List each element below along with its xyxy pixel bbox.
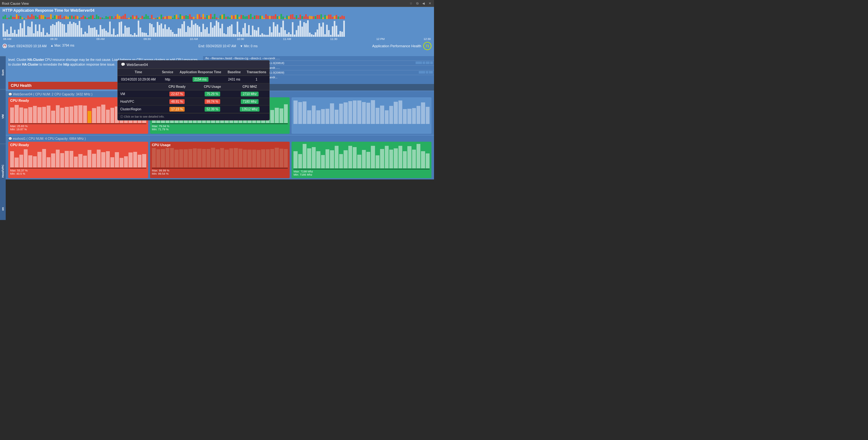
host-usage-chart	[152, 148, 288, 167]
process-tabs: Process Helpful Links	[203, 84, 434, 91]
hostvpc-metrics-row: CPU Ready Max: 55.37 % Min: 40.5 % CPU U…	[8, 142, 431, 178]
end-time: End: 03/24/2020 10:47 AM	[198, 44, 236, 48]
star-button[interactable]: ☆	[409, 1, 413, 6]
summary-right: ./fio --filename=./testd --filesize=1g -…	[203, 56, 434, 91]
cpu-health-label: CPU Health	[8, 82, 200, 90]
host-cpu-ready-box: CPU Ready Max: 55.37 % Min: 40.5 %	[8, 142, 148, 178]
time-label-2: 09 AM	[96, 37, 105, 41]
vm-cpu-ready-box: CPU Ready Max: 25.83 % Min: 19.87 %	[8, 97, 148, 134]
time-label-5: 10:30	[237, 37, 244, 41]
vm-usage-chart	[152, 103, 288, 123]
host-cpu-usage-label: CPU Usage	[152, 143, 288, 147]
time-label-8: 12 PM	[376, 37, 384, 41]
main-content: Sum VM Host/VPC on level. Cluster HA-Clu…	[0, 56, 434, 220]
chart-title: HTTP Application Response Time for WebSe…	[3, 8, 431, 13]
time-label-6: 11 AM	[283, 37, 291, 41]
time-label-3: 09:30	[144, 37, 151, 41]
vm-section: 💬 WebServer04 ( CPU NUM: 2 CPU Capacity:…	[6, 91, 434, 135]
vm-cpu-usage-box: CPU Usage Max: 79.04 % Min: 71.79 %	[150, 97, 290, 134]
host-cpu-usage-min: Min: 99.54 %	[152, 172, 288, 175]
process-row-5: ./fio --filename= /testd --filesize=1g -…	[203, 75, 434, 79]
sidebar-vm: VM	[0, 89, 6, 144]
top-chart: HTTP Application Response Time for WebSe…	[0, 7, 434, 56]
vm-ready-chart	[10, 103, 146, 123]
vm-cpu-usage-min: Min: 71.79 %	[152, 128, 288, 131]
max-val: Max: 3794 ms	[54, 44, 74, 47]
sidebar-labels: Sum VM Host/VPC on	[0, 56, 6, 220]
close-button[interactable]: ✕	[428, 1, 432, 6]
process-list: ./fio --filename=./testd --filesize=1g -…	[203, 56, 434, 84]
hostvpc-section-header: 💬 esxhost1 ( CPU NUM: 4 CPU Capacity: 68…	[8, 136, 431, 141]
process-row-4: 50.0 --group_reporting --name=read4k --t…	[203, 70, 434, 75]
time-label-7: 11:30	[330, 37, 338, 41]
host-cpu-ready-label: CPU Ready	[10, 143, 146, 147]
min-val: Min: 0 ms	[244, 44, 258, 48]
vm-mhz-chart	[293, 99, 430, 124]
summary-section: level. Cluster HA-Cluster CPU resource s…	[6, 56, 434, 91]
host-cpu-ready-min: Min: 40.5 %	[10, 172, 146, 175]
content-area: level. Cluster HA-Cluster CPU resource s…	[6, 56, 434, 220]
time-label-1: 08:30	[51, 37, 58, 41]
summary-text: level. Cluster HA-Cluster CPU resource s…	[8, 57, 200, 67]
title-bar: Root Cause View ☆ ⧉ ◀ ✕	[0, 0, 434, 7]
vm-metrics-row: CPU Ready Max: 25.83 % Min: 19.87 % CPU …	[8, 97, 431, 134]
title-text: Root Cause View	[2, 2, 29, 5]
sidebar-hostvpc: Host/VPC	[0, 144, 6, 198]
tab-process[interactable]: Process	[204, 85, 222, 90]
process-row-1: ./fio --filename=./testd --filesize=1g -…	[203, 56, 434, 61]
health-label: Application Performance Health	[372, 44, 421, 48]
host-cpu-mhz-min: Min: 7166 Mhz	[293, 173, 430, 176]
page-button[interactable]: ⧉	[415, 1, 420, 6]
process-row-2: 50.0 --group_reporting --name=read4k --t…	[203, 61, 434, 66]
sidebar-sum: Sum	[0, 56, 6, 89]
start-time: Start: 03/24/2020 10:18 AM	[8, 44, 46, 48]
vm-cpu-ready-label: CPU Ready	[10, 99, 146, 102]
hostvpc-section: 💬 esxhost1 ( CPU NUM: 4 CPU Capacity: 68…	[6, 135, 434, 179]
vm-section-header: 💬 WebServer04 ( CPU NUM: 2 CPU Capacity:…	[8, 92, 431, 97]
tab-helpful-links[interactable]: Helpful Links	[223, 85, 247, 90]
host-mhz-chart	[293, 143, 430, 168]
process-row-3: ./fio --filename=./testd --filesize=1g -…	[203, 66, 434, 70]
host-cpu-usage-box: CPU Usage Max: 99.99 % Min: 99.54 %	[150, 142, 290, 178]
vm-cpu-ready-max: Max: 25.83 %	[10, 125, 146, 128]
time-label-4: 10 AM	[190, 37, 198, 41]
sidebar-on: on	[0, 198, 6, 220]
summary-left: level. Cluster HA-Cluster CPU resource s…	[6, 56, 203, 91]
host-cpu-mhz-box: Max: 7198 Mhz Min: 7166 Mhz	[291, 142, 431, 178]
back-button[interactable]: ◀	[421, 1, 426, 6]
host-ready-chart	[10, 148, 146, 167]
time-label-0: 08 AM	[3, 37, 11, 41]
host-cpu-mhz-max: Max: 7198 Mhz	[293, 170, 430, 173]
host-cpu-ready-max: Max: 55.37 %	[10, 169, 146, 172]
time-label-9: 12:30	[424, 37, 431, 41]
host-cpu-usage-max: Max: 99.99 %	[152, 169, 288, 172]
health-badge: 71	[423, 42, 431, 50]
vm-cpu-usage-max: Max: 79.04 %	[152, 125, 288, 128]
vm-cpu-mhz-box	[291, 97, 431, 134]
vm-cpu-ready-min: Min: 19.87 %	[10, 128, 146, 131]
vm-cpu-usage-label: CPU Usage	[152, 99, 288, 102]
